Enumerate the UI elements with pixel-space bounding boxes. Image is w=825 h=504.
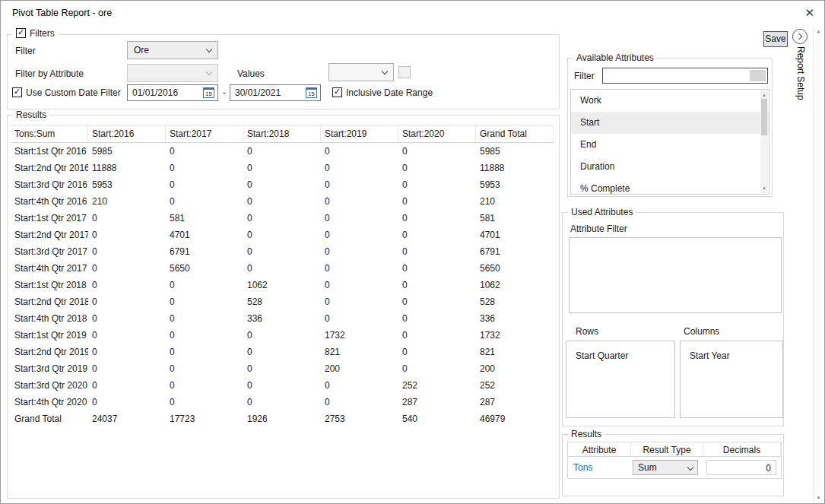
pivot-cell: 0 [398, 260, 476, 277]
collapse-panel-icon[interactable] [792, 29, 808, 44]
pivot-column-header[interactable]: Start:2018 [243, 125, 321, 142]
pivot-table-row[interactable]: Grand Total24037177231926275354046979 [11, 410, 554, 427]
available-attribute-item[interactable]: End [571, 134, 769, 156]
chevron-down-icon [206, 69, 212, 75]
columns-attribute-item[interactable]: Start Year [681, 341, 782, 361]
available-attribute-item[interactable]: Duration [571, 156, 769, 178]
pivot-cell: 1732 [321, 327, 398, 344]
rows-attribute-item[interactable]: Start Quarter [566, 341, 674, 361]
pivot-table-row[interactable]: Start:2nd Qtr 20180052800528 [11, 293, 554, 310]
scroll-up-icon[interactable]: ▴ [814, 28, 823, 34]
columns-label: Columns [684, 326, 719, 337]
filter-dropdown[interactable]: Ore [127, 41, 218, 59]
calendar-icon[interactable]: 15 [203, 87, 214, 98]
list-scrollbar[interactable]: ▴ ▾ [760, 90, 768, 193]
pivot-column-header[interactable]: Tons:Sum [11, 125, 88, 142]
pivot-cell: 0 [166, 293, 243, 310]
pivot-cell: 528 [476, 293, 554, 310]
pivot-column-header[interactable]: Grand Total [476, 125, 554, 142]
pivot-cell: 0 [321, 227, 398, 243]
pivot-column-header[interactable]: Start:2016 [88, 125, 166, 142]
date-to-field[interactable]: 30/01/2021 15 [230, 84, 321, 101]
close-icon[interactable]: ✕ [804, 6, 814, 20]
attribute-filter-input[interactable] [602, 68, 768, 84]
pivot-row-label: Start:3rd Qtr 2019 [11, 360, 88, 377]
values-dropdown[interactable] [328, 63, 394, 81]
scroll-down-icon[interactable]: ▾ [760, 185, 768, 192]
report-setup-tab[interactable]: Report Setup [795, 46, 806, 100]
pivot-table-row[interactable]: Start:3rd Qtr 20200000252252 [11, 377, 554, 394]
pivot-cell: 0 [243, 227, 321, 243]
attribute-filter-dropzone[interactable] [569, 237, 782, 313]
pivot-table-row[interactable]: Start:4th Qtr 20200000287287 [11, 394, 554, 410]
pivot-row-label: Start:2nd Qtr 2019 [11, 344, 88, 360]
save-button[interactable]: Save [763, 31, 788, 47]
scroll-up-icon[interactable]: ▴ [760, 92, 768, 98]
pivot-table-row[interactable]: Start:2nd Qtr 2017047010004701 [11, 227, 554, 243]
window-scrollbar[interactable]: ▴ ▾ [813, 27, 823, 502]
filter-input-button[interactable] [750, 70, 766, 81]
pivot-cell: 0 [166, 394, 243, 410]
pivot-cell: 0 [88, 310, 166, 327]
pivot-table-row[interactable]: Start:2nd Qtr 201611888000011888 [11, 160, 554, 176]
results-group-label: Results [13, 109, 49, 120]
pivot-cell: 0 [88, 327, 166, 344]
results-config-column-header: Result Type [631, 442, 703, 456]
pivot-table-row[interactable]: Start:1st Qtr 2016598500005985 [11, 143, 554, 160]
pivot-cell: 0 [398, 360, 476, 377]
result-type-dropdown[interactable]: Sum [633, 460, 698, 475]
scrollbar-thumb[interactable] [761, 99, 767, 135]
pivot-row-label: Start:4th Qtr 2020 [11, 394, 88, 410]
pivot-column-header[interactable]: Start:2019 [321, 125, 398, 142]
pivot-cell: 0 [243, 143, 321, 160]
pivot-cell: 5985 [476, 143, 554, 160]
use-custom-date-filter-label: Use Custom Date Filter [26, 87, 121, 98]
rows-dropzone[interactable]: Start Quarter [566, 341, 675, 418]
filters-checkbox[interactable] [16, 28, 26, 38]
columns-dropzone[interactable]: Start Year [680, 341, 783, 418]
available-attribute-item[interactable]: % Complete [571, 178, 769, 195]
attribute-filter-label: Filter [574, 71, 595, 81]
results-config-label: Results [568, 429, 604, 439]
pivot-cell: 0 [88, 377, 166, 394]
available-attribute-item[interactable]: Start [571, 112, 769, 134]
pivot-table: Tons:SumStart:2016Start:2017Start:2018St… [11, 125, 554, 427]
available-attribute-item[interactable]: Work [571, 90, 769, 112]
results-config-table: AttributeResult TypeDecimals Tons Sum 0 [567, 442, 782, 479]
pivot-table-row[interactable]: Start:2nd Qtr 20190008210821 [11, 344, 554, 360]
pivot-table-row[interactable]: Start:1st Qtr 2019000173201732 [11, 327, 554, 344]
date-from-field[interactable]: 01/01/2016 15 [127, 84, 218, 101]
pivot-table-row[interactable]: Start:4th Qtr 2017056500005650 [11, 260, 554, 277]
inclusive-date-range-checkbox[interactable] [332, 87, 342, 97]
pivot-cell: 581 [166, 210, 243, 227]
pivot-table-row[interactable]: Start:3rd Qtr 2017067910006791 [11, 243, 554, 260]
values-checkbox[interactable] [398, 66, 411, 78]
pivot-cell: 0 [243, 394, 321, 410]
pivot-table-row[interactable]: Start:3rd Qtr 2016595300005953 [11, 176, 554, 193]
pivot-cell: 0 [243, 210, 321, 227]
pivot-row-label: Start:1st Qtr 2016 [11, 143, 88, 160]
pivot-table-row[interactable]: Start:4th Qtr 20180033600336 [11, 310, 554, 327]
pivot-cell: 0 [88, 210, 166, 227]
pivot-table-row[interactable]: Start:1st Qtr 20170581000581 [11, 210, 554, 227]
pivot-table-row[interactable]: Start:4th Qtr 20162100000210 [11, 193, 554, 210]
decimals-input[interactable]: 0 [706, 460, 776, 475]
pivot-row-label: Start:1st Qtr 2018 [11, 277, 88, 293]
result-attribute-cell[interactable]: Tons [568, 462, 631, 473]
pivot-cell: 0 [398, 277, 476, 293]
use-custom-date-filter-checkbox[interactable] [12, 87, 22, 97]
pivot-cell: 5650 [476, 260, 554, 277]
available-attributes-list[interactable]: WorkStartEndDuration% Complete ▴ ▾ [570, 89, 769, 195]
filter-by-attribute-dropdown[interactable] [127, 64, 218, 82]
pivot-row-label: Start:3rd Qtr 2017 [11, 243, 88, 260]
pivot-table-row[interactable]: Start:1st Qtr 2018001062001062 [11, 277, 554, 293]
pivot-column-header[interactable]: Start:2020 [398, 125, 476, 142]
pivot-column-header[interactable]: Start:2017 [166, 125, 243, 142]
filter-by-attribute-label: Filter by Attribute [15, 68, 84, 79]
scroll-down-icon[interactable]: ▾ [814, 495, 823, 501]
inclusive-date-range-label: Inclusive Date Range [346, 87, 433, 98]
pivot-cell: 0 [166, 176, 243, 193]
title-bar: Pivot Table Report - ore ✕ [1, 1, 824, 27]
pivot-table-row[interactable]: Start:3rd Qtr 20190002000200 [11, 360, 554, 377]
calendar-icon[interactable]: 15 [306, 87, 317, 98]
